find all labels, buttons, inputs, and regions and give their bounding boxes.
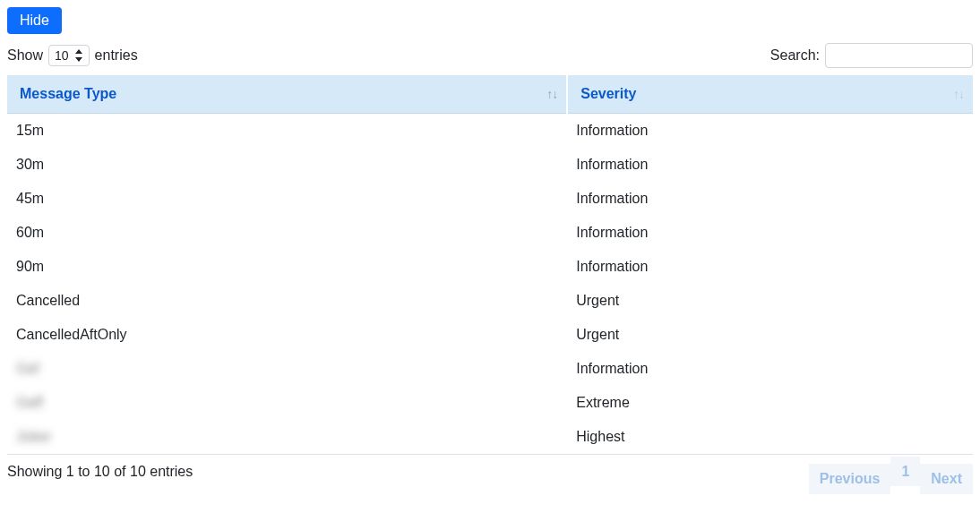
table-row: 45mInformation — [7, 182, 973, 216]
cell-severity: Urgent — [567, 318, 973, 352]
length-prefix: Show — [7, 47, 43, 64]
table-row: 15mInformation — [7, 114, 973, 149]
cell-severity: Information — [567, 114, 973, 149]
cell-message-type: 45m — [7, 182, 567, 216]
cell-message-type: 30m — [7, 148, 567, 182]
table-row: CancelledAftOnlyUrgent — [7, 318, 973, 352]
cell-severity: Information — [567, 250, 973, 284]
data-table: Message Type ↑↓ Severity ↑↓ 15mInformati… — [7, 75, 973, 455]
length-select[interactable]: 10 — [48, 45, 90, 66]
paginate-pages: 1 — [890, 464, 920, 494]
sort-icon: ↑↓ — [953, 87, 964, 101]
cell-severity: Information — [567, 182, 973, 216]
column-header-severity[interactable]: Severity ↑↓ — [567, 75, 973, 114]
next-button[interactable]: Next — [920, 464, 973, 494]
cell-severity: Extreme — [567, 386, 973, 420]
chevron-updown-icon — [74, 49, 83, 62]
table-body: 15mInformation30mInformation45mInformati… — [7, 114, 973, 455]
column-header-label: Severity — [580, 86, 636, 101]
cell-message-type: 15m — [7, 114, 567, 149]
table-row: 30mInformation — [7, 148, 973, 182]
table-row: JokerHighest — [7, 420, 973, 455]
length-value: 10 — [55, 48, 69, 63]
cell-message-type: CancelledAftOnly — [7, 318, 567, 352]
search-input[interactable] — [825, 43, 973, 68]
cell-message-type: Joker — [7, 420, 567, 455]
sort-icon: ↑↓ — [546, 87, 557, 101]
table-row: GefInformation — [7, 352, 973, 386]
cell-severity: Information — [567, 216, 973, 250]
table-info: Showing 1 to 10 of 10 entries — [7, 464, 193, 480]
cell-severity: Information — [567, 148, 973, 182]
search-control: Search: — [770, 43, 973, 68]
cell-severity: Highest — [567, 420, 973, 455]
previous-button[interactable]: Previous — [809, 464, 891, 494]
search-label: Search: — [770, 47, 820, 64]
cell-message-type: Geff — [7, 386, 567, 420]
cell-message-type: Gef — [7, 352, 567, 386]
table-row: 90mInformation — [7, 250, 973, 284]
table-footer: Showing 1 to 10 of 10 entries Previous 1… — [7, 464, 973, 494]
cell-message-type: 60m — [7, 216, 567, 250]
table-row: CancelledUrgent — [7, 284, 973, 318]
length-control: Show 10 entries — [7, 45, 138, 66]
column-header-message-type[interactable]: Message Type ↑↓ — [7, 75, 567, 114]
column-header-label: Message Type — [20, 86, 116, 101]
paginate: Previous 1 Next — [809, 464, 973, 494]
length-suffix: entries — [95, 47, 138, 64]
table-row: 60mInformation — [7, 216, 973, 250]
cell-message-type: Cancelled — [7, 284, 567, 318]
page-number-button[interactable]: 1 — [890, 457, 920, 486]
cell-message-type: 90m — [7, 250, 567, 284]
hide-button[interactable]: Hide — [7, 7, 62, 34]
cell-severity: Urgent — [567, 284, 973, 318]
table-row: GeffExtreme — [7, 386, 973, 420]
cell-severity: Information — [567, 352, 973, 386]
table-controls: Show 10 entries Search: — [7, 43, 973, 68]
